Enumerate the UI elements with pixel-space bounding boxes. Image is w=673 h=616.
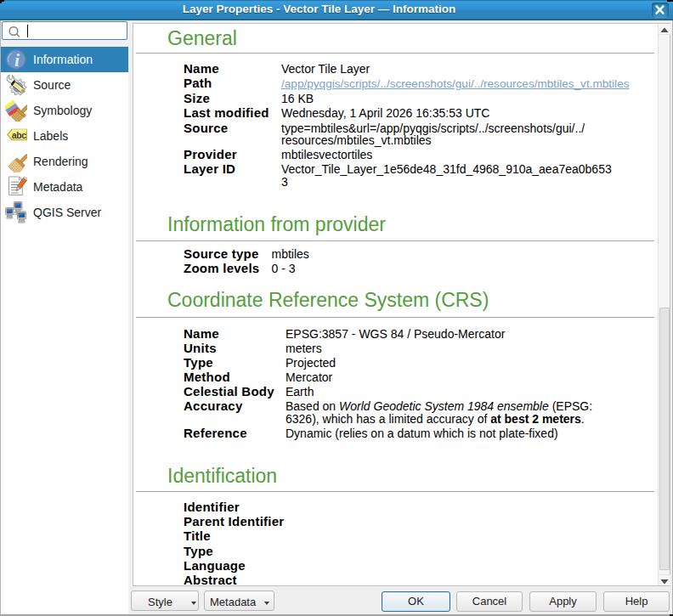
svg-text:abc: abc xyxy=(12,129,26,139)
svg-text:i: i xyxy=(14,48,20,70)
